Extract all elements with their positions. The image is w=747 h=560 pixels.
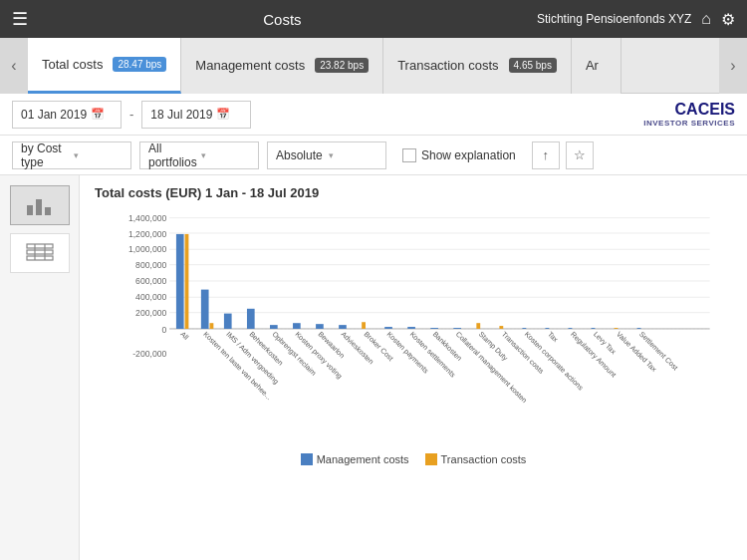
bar-broker-transaction [362,322,366,329]
svg-text:0: 0 [162,325,167,335]
table-view-button[interactable] [10,233,70,273]
tab-total-costs-label: Total costs [42,57,103,72]
show-explanation-container: Show explanation [402,148,516,162]
bar-chart-icon [25,193,55,217]
sidebar [0,175,80,560]
bar-opbrengst-management [270,325,278,329]
measure-chevron-icon: ▾ [329,150,377,160]
bar-advies-management [339,325,347,329]
svg-text:Settlement Cost: Settlement Cost [637,330,680,373]
chart-legend: Management costs Transaction costs [95,453,732,465]
legend-transaction-label: Transaction costs [441,453,527,465]
share-button[interactable]: ↑ [532,141,560,169]
bar-settlements-management [407,327,415,329]
tab-transaction-costs-badge: 4.65 bps [509,58,557,73]
bar-tax-management [545,328,549,329]
tab-management-costs-label: Management costs [195,58,305,73]
svg-rect-5 [27,256,53,260]
bar-corporate-management [522,328,526,329]
cost-type-select[interactable]: by Cost type ▾ [12,141,131,169]
svg-rect-0 [27,205,33,215]
svg-text:1,400,000: 1,400,000 [128,213,167,223]
svg-text:600,000: 600,000 [135,276,166,286]
svg-text:Value Added Tax: Value Added Tax [615,330,658,374]
svg-text:All: All [178,330,190,342]
tab-management-costs-badge: 23.82 bps [315,58,369,73]
bar-chart-svg: 1,400,000 1,200,000 1,000,000 800,000 60… [95,208,732,447]
portfolio-label: All portfolios [148,141,197,169]
filter-row: by Cost type ▾ All portfolios ▾ Absolute… [0,136,747,175]
legend-transaction-color [425,453,437,465]
action-icons: ↑ ☆ [532,141,594,169]
measure-label: Absolute [276,148,325,162]
portfolio-select[interactable]: All portfolios ▾ [139,141,259,169]
bar-chart-view-button[interactable] [10,185,70,225]
date-to-value: 18 Jul 2019 [150,108,212,122]
tabs-prev-arrow[interactable]: ‹ [0,38,28,94]
tab-ar[interactable]: Ar [572,38,622,94]
date-to-input[interactable]: 18 Jul 2019 📅 [141,101,251,129]
svg-rect-3 [27,244,53,248]
page-title: Costs [28,11,537,28]
date-from-input[interactable]: 01 Jan 2019 📅 [12,101,122,129]
svg-text:1,000,000: 1,000,000 [128,244,167,254]
bar-proxy-management [293,323,301,329]
tabs-container: ‹ Total costs 28.47 bps Management costs… [0,38,747,94]
bar-stamp-transaction [476,323,480,329]
client-name: Stichting Pensioenfonds XYZ [537,12,691,26]
bar-payments-management [384,327,392,329]
share-icon: ↑ [542,147,549,162]
home-icon[interactable]: ⌂ [701,10,711,28]
show-explanation-checkbox[interactable] [402,148,416,162]
svg-text:400,000: 400,000 [135,292,166,302]
cost-type-chevron-icon: ▾ [74,150,123,160]
portfolio-chevron-icon: ▾ [201,150,250,160]
date-to-calendar-icon[interactable]: 📅 [216,108,230,121]
measure-select[interactable]: Absolute ▾ [267,141,386,169]
show-explanation-label: Show explanation [421,148,516,162]
bar-all-management [176,234,184,329]
settings-icon[interactable]: ⚙ [721,10,735,29]
svg-text:Tax: Tax [546,330,561,345]
table-icon [25,241,55,265]
chart-area: Total costs (EUR) 1 Jan - 18 Jul 2019 1,… [80,175,747,560]
caceis-logo: CACEIS INVESTOR SERVICES [643,100,735,129]
date-from-calendar-icon[interactable]: 📅 [91,108,105,121]
cost-type-label: by Cost type [21,141,70,169]
legend-management-label: Management costs [317,453,409,465]
app-header: ☰ Costs Stichting Pensioenfonds XYZ ⌂ ⚙ [0,0,747,38]
svg-rect-4 [27,250,53,254]
legend-management-color [301,453,313,465]
bar-beheer-management [247,309,255,329]
date-from-value: 01 Jan 2019 [21,108,87,122]
bookmark-button[interactable]: ☆ [566,141,594,169]
date-separator: - [129,107,133,122]
tab-management-costs[interactable]: Management costs 23.82 bps [181,38,383,94]
main-content: Total costs (EUR) 1 Jan - 18 Jul 2019 1,… [0,175,747,560]
tab-transaction-costs[interactable]: Transaction costs 4.65 bps [383,38,572,94]
bar-vat-transaction [615,328,619,329]
controls-row: 01 Jan 2019 📅 - 18 Jul 2019 📅 CACEIS INV… [0,94,747,136]
bar-levy-management [592,328,596,329]
star-icon: ☆ [574,147,586,162]
bar-ims-management [224,314,232,329]
svg-text:800,000: 800,000 [135,260,166,270]
svg-text:1,200,000: 1,200,000 [128,229,167,239]
legend-management: Management costs [301,453,409,465]
svg-rect-1 [36,199,42,215]
bar-kosten-transaction [210,323,214,329]
logo-caceis-text: CACEIS [643,100,735,119]
chart-title: Total costs (EUR) 1 Jan - 18 Jul 2019 [95,185,732,200]
tabs-next-arrow[interactable]: › [719,38,747,94]
tab-total-costs[interactable]: Total costs 28.47 bps [28,38,181,94]
svg-rect-2 [45,207,51,215]
bar-kosten-management [201,290,209,329]
chart-container: 1,400,000 1,200,000 1,000,000 800,000 60… [95,208,732,447]
svg-text:200,000: 200,000 [135,308,166,318]
logo-subtitle: INVESTOR SERVICES [643,119,735,129]
header-right: Stichting Pensioenfonds XYZ ⌂ ⚙ [537,10,735,29]
hamburger-icon[interactable]: ☰ [12,8,28,30]
bar-settlement-management [637,328,641,329]
bar-bewaar-management [316,324,324,329]
tab-total-costs-badge: 28.47 bps [113,57,166,72]
